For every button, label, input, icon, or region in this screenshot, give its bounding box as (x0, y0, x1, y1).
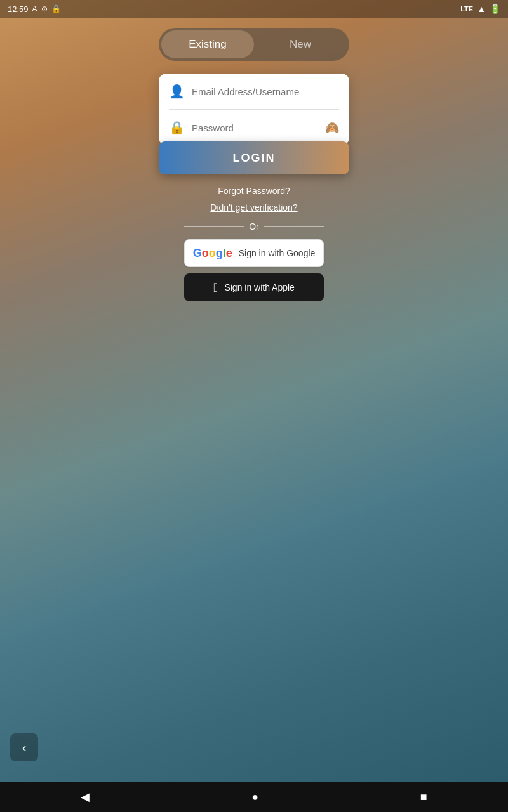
email-row: 👤 (169, 74, 339, 110)
apple-signin-button[interactable]:  Sign in with Apple (184, 273, 324, 301)
google-signin-button[interactable]: Google Sign in with Google (184, 239, 324, 267)
forgot-password-link[interactable]: Forgot Password? (218, 186, 290, 196)
nav-square-icon[interactable]: ■ (420, 790, 427, 804)
password-input[interactable] (192, 122, 318, 133)
no-verification-link[interactable]: Didn't get verification? (210, 202, 297, 213)
login-card: 👤 🔒 🙈 (159, 74, 349, 145)
or-line-left (184, 226, 244, 227)
apple-signin-label: Sign in with Apple (224, 282, 295, 292)
back-button[interactable]: ‹ (10, 733, 38, 761)
battery-icon: 🔋 (490, 4, 500, 14)
status-bar: 12:59 A ⊙ 🔒 LTE ▲ 🔋 (0, 0, 508, 18)
lock-field-icon: 🔒 (169, 120, 184, 135)
status-bar-right: LTE ▲ 🔋 (460, 4, 500, 14)
apple-icon:  (213, 280, 218, 295)
status-time: 12:59 (8, 4, 29, 14)
main-content: Existing New 👤 🔒 🙈 LOGIN Forgot Password… (0, 18, 508, 782)
nav-back-icon[interactable]: ◀ (81, 790, 90, 804)
login-button[interactable]: LOGIN (159, 141, 349, 174)
user-icon: 👤 (169, 84, 184, 99)
nav-home-icon[interactable]: ● (251, 790, 258, 804)
signal-icon: ▲ (477, 4, 486, 14)
navigation-bar: ◀ ● ■ (0, 782, 508, 812)
back-chevron-icon: ‹ (22, 740, 27, 755)
google-signin-label: Sign in with Google (239, 248, 316, 258)
or-label: Or (249, 221, 259, 232)
circle-icon: ⊙ (41, 4, 48, 13)
new-tab[interactable]: New (254, 30, 347, 58)
eye-toggle-icon[interactable]: 🙈 (325, 121, 339, 134)
input-group: 👤 🔒 🙈 (159, 74, 349, 145)
lock-icon: 🔒 (51, 4, 61, 13)
or-divider: Or (184, 221, 324, 232)
or-line-right (264, 226, 324, 227)
google-icon: Google (193, 247, 232, 260)
status-bar-left: 12:59 A ⊙ 🔒 (8, 4, 61, 14)
password-row: 🔒 🙈 (169, 110, 339, 145)
email-input[interactable] (192, 86, 339, 97)
a-icon: A (32, 4, 37, 13)
lte-label: LTE (460, 5, 473, 13)
existing-tab[interactable]: Existing (161, 30, 254, 58)
auth-toggle[interactable]: Existing New (159, 28, 349, 61)
